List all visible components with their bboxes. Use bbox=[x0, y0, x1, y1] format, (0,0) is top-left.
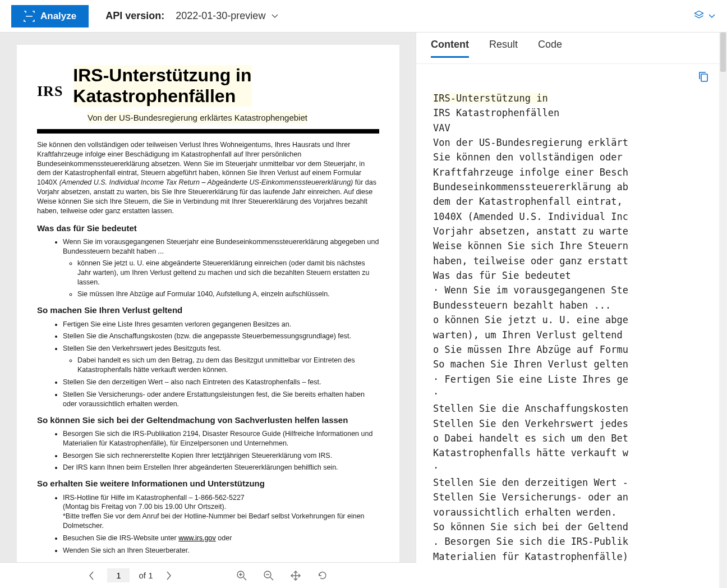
list-item: Besuchen Sie die IRS-Website unter www.i… bbox=[63, 534, 379, 543]
page-total-label: of 1 bbox=[139, 571, 153, 580]
list-item: Stellen Sie die Anschaffungskosten (bzw.… bbox=[63, 332, 379, 341]
api-version-label: API version: bbox=[105, 10, 164, 22]
api-version-value: 2022-01-30-preview bbox=[176, 10, 265, 22]
chevron-down-icon bbox=[271, 12, 279, 21]
list-item: Besorgen Sie sich rechnererstellte Kopie… bbox=[63, 451, 379, 461]
list-item: Fertigen Sie eine Liste Ihres gesamten v… bbox=[63, 320, 379, 329]
layers-icon bbox=[693, 10, 705, 23]
list-item: Wenn Sie im vorausgegangenen Steuerjahr … bbox=[63, 237, 379, 299]
tab-result[interactable]: Result bbox=[489, 39, 518, 58]
doc-title-line1: IRS-Unterstützung in bbox=[73, 65, 251, 86]
doc-h4: So erhalten Sie weitere Informationen un… bbox=[37, 478, 379, 489]
fit-width-button[interactable] bbox=[287, 568, 305, 584]
zoom-in-button[interactable] bbox=[233, 568, 251, 584]
api-version-dropdown[interactable]: 2022-01-30-preview bbox=[176, 10, 279, 22]
irs-logo: IRS bbox=[37, 81, 63, 101]
doc-h2: So machen Sie Ihren Verlust geltend bbox=[37, 305, 379, 316]
list-item: Dabei handelt es sich um den Betrag, zu … bbox=[77, 356, 379, 375]
prev-page-button[interactable] bbox=[85, 568, 98, 583]
zoom-out-button[interactable] bbox=[260, 568, 278, 584]
list-item: Wenden Sie sich an Ihren Steuerberater. bbox=[63, 546, 379, 555]
list-item: Stellen Sie den Verkehrswert jedes Besit… bbox=[63, 344, 379, 375]
content-area: IRS IRS-Unterstützung in Katastrophenfäl… bbox=[0, 33, 727, 588]
document-pane: IRS IRS-Unterstützung in Katastrophenfäl… bbox=[0, 33, 416, 588]
chevron-down-icon bbox=[708, 11, 716, 21]
page-number-input[interactable] bbox=[107, 568, 130, 582]
scrollbar[interactable] bbox=[719, 33, 727, 588]
divider-bar bbox=[37, 129, 379, 134]
document-scroll[interactable]: IRS IRS-Unterstützung in Katastrophenfäl… bbox=[0, 33, 416, 562]
list-item: Sie müssen Ihre Abzüge auf Formular 1040… bbox=[77, 290, 379, 299]
tab-content[interactable]: Content bbox=[431, 39, 469, 58]
list-item: Stellen Sie Versicherungs- oder andere E… bbox=[63, 390, 379, 409]
toolbar: Analyze API version: 2022-01-30-preview bbox=[0, 0, 727, 33]
next-page-button[interactable] bbox=[162, 568, 176, 583]
svg-line-6 bbox=[270, 577, 273, 580]
list-item: können Sie jetzt u. U. eine abgeänderte … bbox=[77, 259, 379, 287]
result-pane: Content Result Code IRS-Unterstützung in… bbox=[416, 33, 727, 588]
svg-rect-10 bbox=[701, 74, 707, 81]
analyze-icon bbox=[24, 11, 35, 22]
tabs: Content Result Code bbox=[416, 33, 727, 64]
list-item: Der IRS kann Ihnen beim Erstellen Ihrer … bbox=[63, 463, 379, 472]
page-controls: of 1 bbox=[0, 562, 416, 588]
extracted-text[interactable]: IRS-Unterstützung in IRS Katastrophenfäl… bbox=[416, 89, 727, 588]
rotate-button[interactable] bbox=[314, 568, 332, 584]
layers-dropdown[interactable] bbox=[693, 10, 716, 23]
doc-list-1: Wenn Sie im vorausgegangenen Steuerjahr … bbox=[37, 237, 379, 299]
doc-para-intro: Sie können den vollständigen oder teilwe… bbox=[37, 140, 379, 216]
list-item: Stellen Sie den derzeitigen Wert – also … bbox=[63, 378, 379, 387]
doc-title-line2: Katastrophenfällen bbox=[73, 86, 251, 107]
document-page: IRS IRS-Unterstützung in Katastrophenfäl… bbox=[17, 45, 399, 562]
svg-line-2 bbox=[243, 577, 246, 580]
copy-button[interactable] bbox=[698, 71, 709, 85]
doc-h1: Was das für Sie bedeutet bbox=[37, 223, 379, 234]
scroll-thumb[interactable] bbox=[720, 33, 726, 72]
doc-subtitle: Von der US-Bundesregierung erklärtes Kat… bbox=[88, 112, 307, 123]
list-item: Besorgen Sie sich die IRS-Publikation 21… bbox=[63, 429, 379, 448]
doc-h3: So können Sie sich bei der Geltendmachun… bbox=[37, 415, 379, 426]
doc-list-4: IRS-Hotline für Hilfe im Katastrophenfal… bbox=[37, 493, 379, 555]
doc-list-3: Besorgen Sie sich die IRS-Publikation 21… bbox=[37, 429, 379, 473]
doc-list-2: Fertigen Sie eine Liste Ihres gesamten v… bbox=[37, 320, 379, 409]
list-item: IRS-Hotline für Hilfe im Katastrophenfal… bbox=[63, 493, 379, 531]
analyze-label: Analyze bbox=[40, 11, 76, 22]
analyze-button[interactable]: Analyze bbox=[11, 5, 89, 27]
tab-code[interactable]: Code bbox=[538, 39, 562, 58]
